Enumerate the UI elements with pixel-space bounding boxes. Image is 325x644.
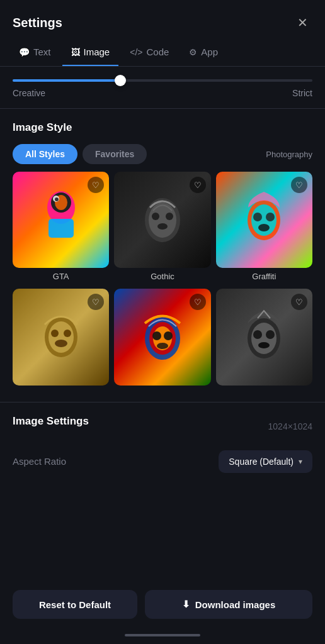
svg-point-10 (157, 223, 168, 230)
svg-point-5 (55, 197, 59, 201)
svg-point-13 (253, 213, 262, 221)
slider-creative-label: Creative (13, 88, 45, 98)
carnival-label (114, 389, 210, 392)
image-settings-header: Image Settings 1024×1024 (13, 415, 312, 438)
svg-point-18 (51, 330, 59, 337)
svg-point-7 (149, 203, 176, 238)
tab-app[interactable]: ⚙ App (180, 39, 227, 66)
graffiti-heart-button[interactable]: ♡ (291, 177, 307, 193)
photography-label: Photography (266, 150, 312, 159)
svg-point-26 (157, 343, 168, 349)
close-button[interactable]: ✕ (292, 13, 312, 33)
vintage-label (13, 389, 109, 392)
tab-app-label: App (201, 47, 218, 57)
close-icon: ✕ (297, 15, 308, 30)
download-icon: ⬇ (182, 599, 190, 610)
tab-text-label: Text (33, 47, 51, 57)
tab-text[interactable]: 💬 Text (10, 39, 60, 66)
code-icon: </> (130, 47, 142, 57)
slider-thumb[interactable] (115, 75, 126, 86)
style-thumb-dark-metal: ♡ (216, 289, 312, 385)
image-settings-title: Image Settings (13, 415, 89, 428)
settings-panel: Settings ✕ 💬 Text 🖼 Image </> Code ⚙ App (0, 0, 325, 644)
aspect-ratio-label: Aspect Ratio (13, 456, 66, 467)
style-thumb-vintage: ♡ (13, 289, 109, 385)
image-icon: 🖼 (71, 47, 80, 57)
header: Settings ✕ (0, 0, 325, 39)
tab-image[interactable]: 🖼 Image (62, 39, 119, 66)
home-bar (125, 634, 200, 636)
download-button[interactable]: ⬇ Download images (145, 590, 312, 619)
graffiti-label: Graffiti (216, 272, 312, 284)
tab-code[interactable]: </> Code (121, 39, 178, 66)
image-style-grid: ♡ GTA (13, 172, 312, 392)
svg-point-15 (258, 224, 270, 231)
image-style-title: Image Style (13, 121, 312, 134)
svg-point-24 (152, 331, 161, 340)
carnival-heart-button[interactable]: ♡ (190, 294, 206, 310)
svg-point-31 (258, 342, 270, 348)
gothic-heart-button[interactable]: ♡ (190, 177, 206, 193)
chevron-down-icon: ▾ (299, 457, 302, 466)
svg-rect-3 (48, 219, 74, 238)
style-item-gothic[interactable]: ♡ Gothic (114, 172, 210, 284)
style-thumb-carnival: ♡ (114, 289, 210, 385)
settings-title: Settings (13, 16, 62, 30)
home-indicator (0, 629, 325, 644)
slider-strict-label: Strict (292, 88, 312, 98)
style-item-carnival[interactable]: ♡ (114, 289, 210, 391)
aspect-ratio-row: Aspect Ratio Square (Default) ▾ (13, 450, 312, 473)
slider-track (13, 79, 312, 82)
tabs-container: 💬 Text 🖼 Image </> Code ⚙ App (0, 39, 325, 67)
svg-point-17 (48, 321, 74, 353)
aspect-ratio-dropdown[interactable]: Square (Default) ▾ (219, 450, 312, 473)
image-resolution: 1024×1024 (268, 421, 312, 431)
gothic-label: Gothic (114, 272, 210, 284)
gta-label: GTA (13, 272, 109, 284)
style-item-vintage[interactable]: ♡ (13, 289, 109, 391)
tab-code-label: Code (146, 47, 169, 57)
favorites-button[interactable]: Favorites (83, 144, 147, 164)
reset-button[interactable]: Reset to Default (13, 590, 137, 619)
style-thumb-gta: ♡ (13, 172, 109, 268)
image-style-section: Image Style All Styles Favorites Photogr… (0, 109, 325, 402)
svg-point-28 (251, 323, 277, 354)
style-thumb-gothic: ♡ (114, 172, 210, 268)
slider-fill (13, 79, 120, 82)
svg-point-20 (55, 340, 67, 347)
svg-point-19 (64, 330, 71, 337)
bottom-buttons: Reset to Default ⬇ Download images (0, 580, 325, 629)
style-thumb-graffiti: ♡ (216, 172, 312, 268)
aspect-ratio-value: Square (Default) (229, 457, 294, 467)
svg-point-8 (152, 213, 159, 220)
svg-point-9 (166, 213, 173, 220)
svg-point-14 (266, 213, 275, 221)
style-item-dark-metal[interactable]: ♡ (216, 289, 312, 391)
slider-section: Creative Strict (0, 67, 325, 109)
all-styles-button[interactable]: All Styles (13, 144, 77, 164)
download-label: Download images (195, 599, 276, 610)
svg-point-30 (266, 330, 275, 339)
svg-point-25 (164, 331, 173, 340)
creativity-slider-container (13, 79, 312, 82)
dark-metal-label (216, 389, 312, 392)
text-icon: 💬 (19, 47, 30, 57)
style-item-graffiti[interactable]: ♡ Graffiti (216, 172, 312, 284)
image-settings-section: Image Settings 1024×1024 Aspect Ratio Sq… (0, 402, 325, 496)
tab-image-label: Image (84, 47, 110, 57)
style-item-gta[interactable]: ♡ GTA (13, 172, 109, 284)
svg-point-29 (253, 330, 262, 339)
app-icon: ⚙ (189, 47, 197, 57)
style-filters: All Styles Favorites Photography (13, 144, 312, 164)
slider-labels: Creative Strict (13, 88, 312, 98)
